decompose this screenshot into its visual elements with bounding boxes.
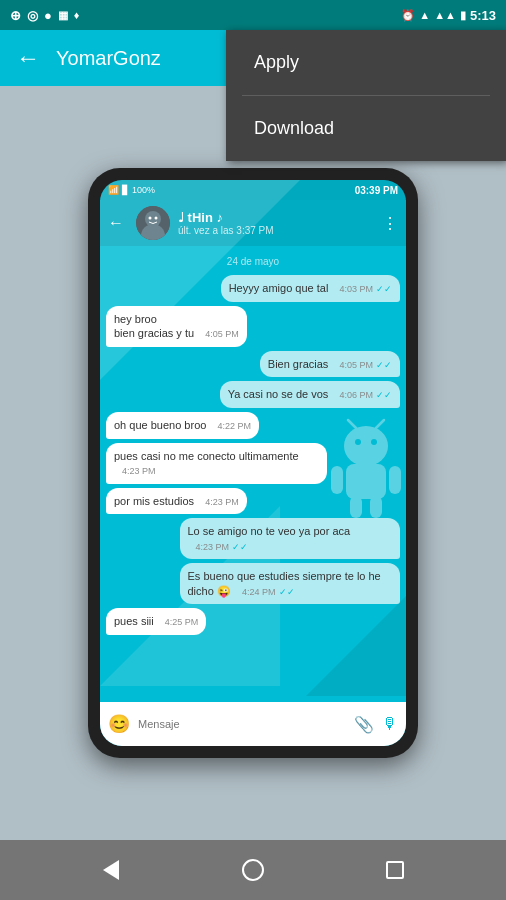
notification-icon-2: ◎ [27, 8, 38, 23]
svg-rect-8 [350, 496, 362, 518]
message-text-1: hey broo bien gracias y tu [114, 313, 194, 339]
message-time-4: 4:22 PM [217, 421, 251, 433]
message-checks-7: ✓✓ [232, 542, 248, 552]
chat-bubble-5: pues casi no me conecto ultimamente 4:23… [106, 443, 327, 484]
dropdown-menu: Apply Download [226, 30, 506, 161]
message-text-4: oh que bueno broo [114, 419, 206, 431]
svg-point-2 [371, 439, 377, 445]
app-bar-back-button[interactable]: ← [16, 44, 40, 72]
nav-back-button[interactable] [97, 856, 125, 884]
chat-bubble-3: Ya casi no se de vos 4:06 PM ✓✓ [220, 381, 400, 408]
chat-bubble-9: pues siii 4:25 PM [106, 608, 206, 635]
status-bar: ⊕ ◎ ● ▦ ♦ ⏰ ▲ ▲▲ ▮ 5:13 [0, 0, 506, 30]
message-time-2: 4:05 PM [339, 360, 373, 372]
recent-icon [386, 861, 404, 879]
svg-line-3 [348, 420, 356, 428]
notification-icon-4: ▦ [58, 9, 68, 22]
chat-bubble-1: hey broo bien gracias y tu 4:05 PM [106, 306, 247, 347]
message-time-9: 4:25 PM [165, 617, 199, 629]
chat-bubble-7: Lo se amigo no te veo ya por aca 4:23 PM… [180, 518, 401, 559]
svg-rect-6 [331, 466, 343, 494]
message-time-3: 4:06 PM [339, 390, 373, 402]
home-icon [242, 859, 264, 881]
notification-icon-5: ♦ [74, 9, 80, 21]
message-time-8: 4:24 PM [242, 587, 276, 599]
message-checks-0: ✓✓ [376, 284, 392, 294]
nav-home-button[interactable] [239, 856, 267, 884]
status-bar-left-icons: ⊕ ◎ ● ▦ ♦ [10, 8, 79, 23]
message-text-3: Ya casi no se de vos [228, 388, 329, 400]
message-text-9: pues siii [114, 615, 154, 627]
message-text-5: pues casi no me conecto ultimamente [114, 450, 299, 462]
chat-bubble-0: Heyyy amigo que tal 4:03 PM ✓✓ [221, 275, 400, 302]
message-time-1: 4:05 PM [205, 329, 239, 341]
chat-bubble-8: Es bueno que estudies siempre te lo he d… [180, 563, 401, 604]
message-time-6: 4:23 PM [205, 497, 239, 509]
message-checks-8: ✓✓ [279, 587, 295, 597]
message-text-6: por mis estudios [114, 495, 194, 507]
clock-icon: ⏰ [401, 9, 415, 22]
svg-rect-5 [346, 464, 386, 499]
message-checks-2: ✓✓ [376, 360, 392, 370]
bg-triangle [306, 596, 406, 696]
message-text-0: Heyyy amigo que tal [229, 282, 329, 294]
message-time-5: 4:23 PM [122, 466, 156, 478]
nav-recent-button[interactable] [381, 856, 409, 884]
message-checks-3: ✓✓ [376, 390, 392, 400]
app-bar-title: YomarGonz [56, 47, 161, 70]
status-bar-right: ⏰ ▲ ▲▲ ▮ 5:13 [401, 8, 496, 23]
bottom-nav [0, 840, 506, 900]
message-text-7: Lo se amigo no te veo ya por aca [188, 525, 351, 537]
main-content: 📶 ▊ 100% 03:39 PM ← [0, 86, 506, 840]
signal-icon: ▲▲ [434, 9, 456, 21]
message-text-2: Bien gracias [268, 358, 329, 370]
message-time-7: 4:23 PM [196, 542, 230, 554]
android-mascot [326, 418, 406, 498]
chat-bubble-6: por mis estudios 4:23 PM [106, 488, 247, 515]
back-icon [103, 860, 119, 880]
svg-rect-7 [389, 466, 401, 494]
svg-rect-9 [370, 496, 382, 518]
notification-icon-3: ● [44, 8, 52, 23]
time-display: 5:13 [470, 8, 496, 23]
message-time-0: 4:03 PM [339, 284, 373, 296]
notification-icon-1: ⊕ [10, 8, 21, 23]
phone-mockup: 📶 ▊ 100% 03:39 PM ← [88, 168, 418, 758]
wifi-icon: ▲ [419, 9, 430, 21]
svg-line-4 [376, 420, 384, 428]
battery-icon: ▮ [460, 9, 466, 22]
svg-point-1 [355, 439, 361, 445]
dropdown-item-apply[interactable]: Apply [226, 30, 506, 95]
chat-bubble-2: Bien gracias 4:05 PM ✓✓ [260, 351, 400, 378]
phone-screen: 📶 ▊ 100% 03:39 PM ← [100, 180, 406, 746]
svg-point-0 [344, 426, 388, 466]
dropdown-item-download[interactable]: Download [226, 96, 506, 161]
chat-bubble-4: oh que bueno broo 4:22 PM [106, 412, 259, 439]
